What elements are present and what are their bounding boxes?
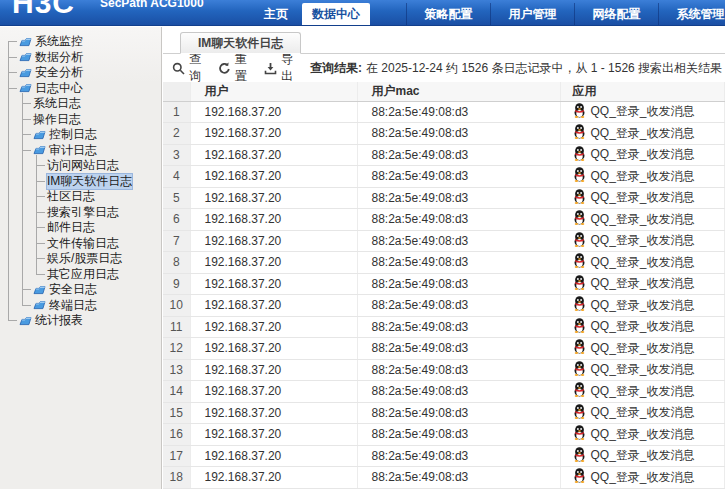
sidebar-item-数据分析[interactable]: 数据分析 (0, 50, 161, 66)
qq-penguin-icon (573, 146, 586, 164)
nav-tab-主页[interactable]: 主页 (250, 3, 302, 25)
qq-penguin-icon (573, 296, 586, 314)
table-row[interactable]: 12 192.168.37.20 88:2a:5e:49:08:d3 (163, 338, 725, 360)
row-app: QQ_登录_收发消息 (560, 338, 725, 360)
sidebar-item-审计日志[interactable]: 审计日志 (0, 143, 161, 159)
table-row[interactable]: 14 192.168.37.20 88:2a:5e:49:08:d3 (163, 381, 725, 403)
app-label: QQ_登录_收发消息 (591, 232, 695, 249)
log-table: 用户 用户mac 应用 1 192.168.37.20 88:2a:5e:49:… (163, 82, 725, 489)
refresh-icon (218, 62, 231, 75)
tree-item-label: 邮件日志 (47, 220, 95, 236)
row-user-mac: 88:2a:5e:49:08:d3 (357, 101, 560, 123)
row-user-mac: 88:2a:5e:49:08:d3 (357, 467, 560, 489)
table-row[interactable]: 15 192.168.37.20 88:2a:5e:49:08:d3 (163, 402, 725, 424)
app-label: QQ_登录_收发消息 (591, 426, 695, 443)
search-button-label: 查询 (189, 51, 201, 85)
product-title: SecPath ACG1000 (100, 0, 204, 10)
row-user-mac: 88:2a:5e:49:08:d3 (357, 144, 560, 166)
nav-tab-数据中心[interactable]: 数据中心 (302, 3, 370, 25)
nav-tab-系统管理[interactable]: 系统管理 (658, 3, 725, 25)
tree-item-label: 统计报表 (35, 313, 83, 329)
row-app: QQ_登录_收发消息 (560, 295, 725, 317)
sidebar-item-安全分析[interactable]: 安全分析 (0, 65, 161, 81)
qq-penguin-icon (573, 253, 586, 271)
sidebar-item-操作日志[interactable]: 操作日志 (0, 112, 161, 128)
sidebar-item-系统日志[interactable]: 系统日志 (0, 96, 161, 112)
row-app: QQ_登录_收发消息 (560, 424, 725, 446)
table-row[interactable]: 17 192.168.37.20 88:2a:5e:49:08:d3 (163, 445, 725, 467)
sidebar-item-系统监控[interactable]: 系统监控 (0, 34, 161, 50)
sidebar-item-IM聊天软件日志[interactable]: IM聊天软件日志 (0, 174, 161, 190)
table-row[interactable]: 8 192.168.37.20 88:2a:5e:49:08:d3 (163, 252, 725, 274)
sidebar: 系统监控 数据分析 安全分析 日志中心 系统日志 操作日志 (0, 27, 162, 489)
table-row[interactable]: 11 192.168.37.20 88:2a:5e:49:08:d3 (163, 316, 725, 338)
folder-icon (19, 37, 32, 47)
sidebar-item-搜索引擎日志[interactable]: 搜索引擎日志 (0, 205, 161, 221)
table-row[interactable]: 6 192.168.37.20 88:2a:5e:49:08:d3 (163, 209, 725, 231)
row-index: 16 (163, 424, 190, 446)
app-label: QQ_登录_收发消息 (591, 146, 695, 163)
sidebar-item-其它应用日志[interactable]: 其它应用日志 (0, 267, 161, 283)
export-button[interactable]: 导出 (264, 51, 293, 85)
sidebar-item-日志中心[interactable]: 日志中心 (0, 81, 161, 97)
nav-tab-label: 用户管理 (509, 6, 557, 23)
row-user-mac: 88:2a:5e:49:08:d3 (357, 402, 560, 424)
folder-icon (19, 316, 32, 326)
row-index: 3 (163, 144, 190, 166)
row-user: 192.168.37.20 (190, 359, 357, 381)
nav-tab-网络配置[interactable]: 网络配置 (574, 3, 658, 25)
folder-icon (19, 83, 32, 93)
row-index: 10 (163, 295, 190, 317)
nav-tab-用户管理[interactable]: 用户管理 (490, 3, 574, 25)
row-user: 192.168.37.20 (190, 209, 357, 231)
sidebar-item-安全日志[interactable]: 安全日志 (0, 282, 161, 298)
tree-item-label: 其它应用日志 (47, 267, 119, 283)
nav-tab-策略配置[interactable]: 策略配置 (406, 3, 490, 25)
sidebar-item-访问网站日志[interactable]: 访问网站日志 (0, 158, 161, 174)
tree-connector (36, 212, 45, 213)
tree-connector (36, 196, 45, 197)
acg1000-window: H3C SecPath ACG1000 主页 数据中心 策略配置 用户管理 网络… (0, 0, 725, 489)
table-row[interactable]: 7 192.168.37.20 88:2a:5e:49:08:d3 (163, 230, 725, 252)
tab-im-chat-log[interactable]: IM聊天软件日志 (180, 32, 301, 54)
tree-item-label: 搜索引擎日志 (47, 205, 119, 221)
log-tree: 系统监控 数据分析 安全分析 日志中心 系统日志 操作日志 (0, 27, 161, 329)
row-user: 192.168.37.20 (190, 424, 357, 446)
table-row[interactable]: 16 192.168.37.20 88:2a:5e:49:08:d3 (163, 424, 725, 446)
row-index: 15 (163, 402, 190, 424)
table-row[interactable]: 1 192.168.37.20 88:2a:5e:49:08:d3 (163, 101, 725, 123)
folder-icon (33, 145, 46, 155)
tree-item-label: 日志中心 (35, 81, 83, 97)
toolbar: 查询 重置 导出 查询结果:在 2025-12-24 约 1526 条日志记录中… (163, 54, 725, 82)
sidebar-item-控制日志[interactable]: 控制日志 (0, 127, 161, 143)
tree-item-label: 文件传输日志 (47, 236, 119, 252)
sidebar-item-娱乐/股票日志[interactable]: 娱乐/股票日志 (0, 251, 161, 267)
table-row[interactable]: 2 192.168.37.20 88:2a:5e:49:08:d3 (163, 123, 725, 145)
tree-connector (22, 289, 31, 290)
sidebar-item-文件传输日志[interactable]: 文件传输日志 (0, 236, 161, 252)
app-label: QQ_登录_收发消息 (591, 340, 695, 357)
tree-connector (8, 72, 17, 73)
table-row[interactable]: 13 192.168.37.20 88:2a:5e:49:08:d3 (163, 359, 725, 381)
reset-button[interactable]: 重置 (218, 51, 247, 85)
table-row[interactable]: 3 192.168.37.20 88:2a:5e:49:08:d3 (163, 144, 725, 166)
tree-connector (8, 41, 17, 42)
app-label: QQ_登录_收发消息 (591, 103, 695, 120)
row-user: 192.168.37.20 (190, 123, 357, 145)
header-app: 应用 (560, 82, 725, 101)
tree-item-label: 系统日志 (33, 96, 81, 112)
qq-penguin-icon (573, 468, 586, 486)
table-row[interactable]: 10 192.168.37.20 88:2a:5e:49:08:d3 (163, 295, 725, 317)
table-row[interactable]: 18 192.168.37.20 88:2a:5e:49:08:d3 (163, 467, 725, 489)
tree-connector (22, 103, 31, 104)
sidebar-item-统计报表[interactable]: 统计报表 (0, 313, 161, 329)
app-label: QQ_登录_收发消息 (591, 168, 695, 185)
sidebar-item-终端日志[interactable]: 终端日志 (0, 298, 161, 314)
sidebar-item-社区日志[interactable]: 社区日志 (0, 189, 161, 205)
search-button[interactable]: 查询 (172, 51, 201, 85)
reset-button-label: 重置 (235, 51, 247, 85)
table-row[interactable]: 4 192.168.37.20 88:2a:5e:49:08:d3 (163, 166, 725, 188)
table-row[interactable]: 5 192.168.37.20 88:2a:5e:49:08:d3 (163, 187, 725, 209)
sidebar-item-邮件日志[interactable]: 邮件日志 (0, 220, 161, 236)
table-row[interactable]: 9 192.168.37.20 88:2a:5e:49:08:d3 (163, 273, 725, 295)
